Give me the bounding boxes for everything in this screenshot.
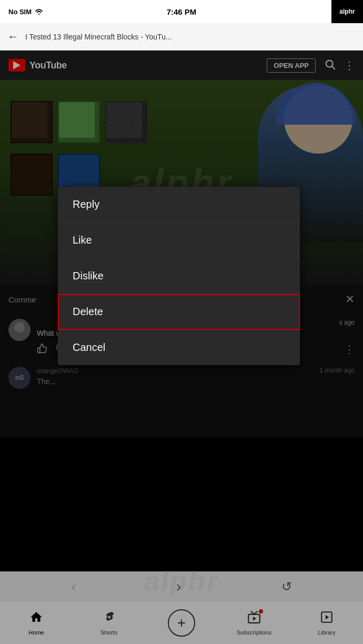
status-left: No SIM	[8, 8, 43, 16]
delete-option[interactable]: Delete	[58, 294, 300, 330]
url-bar: ← I Tested 13 Illegal Minecraft Blocks -…	[0, 23, 363, 51]
like-option[interactable]: Like	[58, 223, 300, 258]
browser-back-button[interactable]: ←	[7, 30, 19, 44]
url-text[interactable]: I Tested 13 Illegal Minecraft Blocks - Y…	[25, 33, 356, 41]
reply-option[interactable]: Reply	[58, 187, 300, 223]
brand-logo: alphr	[331, 0, 363, 23]
context-menu: Reply Like Dislike Delete Cancel	[58, 187, 300, 365]
dislike-option[interactable]: Dislike	[58, 258, 300, 294]
carrier-label: No SIM	[8, 8, 32, 16]
cancel-option[interactable]: Cancel	[58, 330, 300, 365]
status-time: 7:46 PM	[167, 7, 197, 16]
status-bar: No SIM 7:46 PM alphr	[0, 0, 363, 23]
wifi-icon	[35, 8, 43, 15]
